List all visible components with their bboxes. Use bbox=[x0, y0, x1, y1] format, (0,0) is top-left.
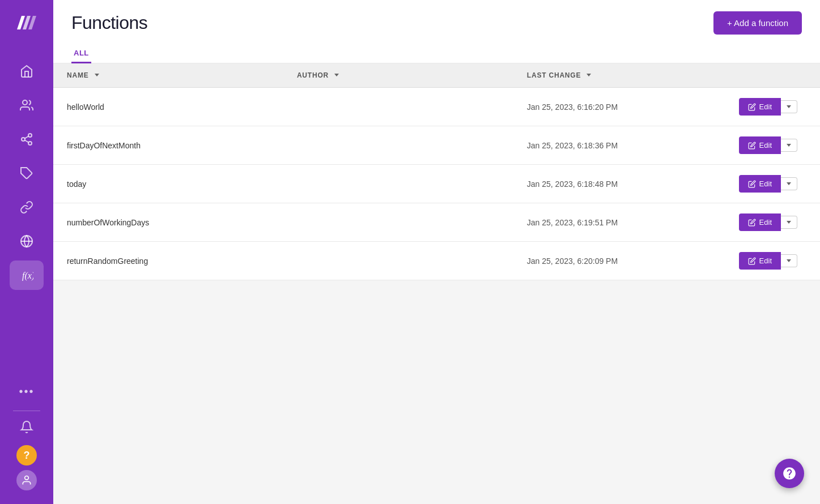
home-icon bbox=[20, 65, 33, 78]
table-row: firstDayOfNextMonth Jan 25, 2023, 6:18:3… bbox=[53, 126, 820, 165]
floating-help-button[interactable] bbox=[775, 459, 804, 488]
cell-name: helloWorld bbox=[53, 88, 283, 126]
svg-point-3 bbox=[28, 142, 32, 145]
sidebar-item-home[interactable] bbox=[10, 57, 44, 86]
edit-icon bbox=[748, 142, 756, 150]
sidebar-item-share[interactable] bbox=[10, 125, 44, 154]
users-icon bbox=[20, 99, 33, 112]
bell-icon bbox=[20, 420, 33, 434]
edit-icon bbox=[748, 103, 756, 111]
link-icon bbox=[20, 200, 33, 214]
add-function-button[interactable]: + Add a function bbox=[713, 11, 802, 35]
main-content: Functions + Add a function ALL NAME AUTH… bbox=[53, 0, 820, 504]
cell-last-change: Jan 25, 2023, 6:16:20 PM bbox=[513, 88, 705, 126]
edit-button-4[interactable]: Edit bbox=[739, 252, 781, 270]
edit-icon bbox=[748, 257, 756, 265]
cell-actions: Edit bbox=[705, 165, 820, 203]
col-header-last-change[interactable]: LAST CHANGE bbox=[513, 63, 705, 88]
cell-last-change: Jan 25, 2023, 6:18:48 PM bbox=[513, 165, 705, 203]
col-header-author[interactable]: AUTHOR bbox=[283, 63, 513, 88]
col-header-name[interactable]: NAME bbox=[53, 63, 283, 88]
svg-point-2 bbox=[22, 138, 25, 141]
table-row: numberOfWorkingDays Jan 25, 2023, 6:19:5… bbox=[53, 203, 820, 242]
cell-last-change: Jan 25, 2023, 6:18:36 PM bbox=[513, 126, 705, 165]
dropdown-arrow-icon bbox=[787, 259, 791, 262]
svg-line-4 bbox=[25, 140, 29, 143]
edit-icon bbox=[748, 180, 756, 188]
avatar-icon bbox=[21, 475, 32, 486]
cell-author bbox=[283, 203, 513, 242]
cell-last-change: Jan 25, 2023, 6:19:51 PM bbox=[513, 203, 705, 242]
more-dots-icon: ••• bbox=[19, 386, 34, 397]
cell-actions: Edit bbox=[705, 126, 820, 165]
sidebar-item-notifications[interactable] bbox=[15, 416, 38, 441]
table-header: NAME AUTHOR LAST CHANGE bbox=[53, 63, 820, 88]
author-filter-icon bbox=[334, 74, 339, 76]
sidebar-item-globe[interactable] bbox=[10, 227, 44, 256]
row-dropdown-button-3[interactable] bbox=[781, 216, 797, 229]
sidebar-item-help[interactable]: ? bbox=[16, 445, 37, 465]
table-container: NAME AUTHOR LAST CHANGE helloWorld bbox=[53, 63, 820, 504]
edit-button-0[interactable]: Edit bbox=[739, 98, 781, 116]
table-row: helloWorld Jan 25, 2023, 6:16:20 PM Edit bbox=[53, 88, 820, 126]
col-header-actions bbox=[705, 63, 820, 88]
page-header: Functions + Add a function bbox=[53, 0, 820, 35]
cell-author bbox=[283, 165, 513, 203]
svg-point-10 bbox=[25, 476, 29, 480]
edit-button-1[interactable]: Edit bbox=[739, 136, 781, 154]
sidebar-bottom: ? bbox=[15, 416, 38, 495]
svg-point-0 bbox=[23, 100, 27, 105]
sidebar-item-users[interactable] bbox=[10, 91, 44, 120]
name-filter-icon bbox=[95, 74, 99, 76]
table-row: today Jan 25, 2023, 6:18:48 PM Edit bbox=[53, 165, 820, 203]
edit-button-2[interactable]: Edit bbox=[739, 175, 781, 193]
sidebar-item-functions[interactable]: f(x) bbox=[10, 260, 44, 290]
cell-name: firstDayOfNextMonth bbox=[53, 126, 283, 165]
cell-author bbox=[283, 242, 513, 280]
sidebar-divider bbox=[13, 411, 40, 411]
cell-last-change: Jan 25, 2023, 6:20:09 PM bbox=[513, 242, 705, 280]
sidebar-item-link[interactable] bbox=[10, 193, 44, 222]
dropdown-arrow-icon bbox=[787, 221, 791, 224]
sidebar-item-profile[interactable] bbox=[16, 470, 37, 490]
sidebar-item-more[interactable]: ••• bbox=[10, 377, 44, 406]
dropdown-arrow-icon bbox=[787, 105, 791, 108]
puzzle-icon bbox=[20, 166, 33, 180]
svg-line-5 bbox=[25, 136, 29, 139]
edit-icon bbox=[748, 219, 756, 227]
cell-actions: Edit bbox=[705, 88, 820, 126]
cell-actions: Edit bbox=[705, 242, 820, 280]
row-dropdown-button-2[interactable] bbox=[781, 177, 797, 190]
last-change-filter-icon bbox=[587, 74, 591, 76]
tab-all[interactable]: ALL bbox=[71, 44, 91, 63]
sidebar-nav: f(x) ••• bbox=[0, 57, 53, 406]
svg-point-1 bbox=[28, 134, 32, 137]
sidebar-item-puzzle[interactable] bbox=[10, 159, 44, 188]
cell-name: today bbox=[53, 165, 283, 203]
row-dropdown-button-1[interactable] bbox=[781, 139, 797, 152]
globe-icon bbox=[20, 234, 33, 248]
share-icon bbox=[20, 133, 33, 146]
cell-name: returnRandomGreeting bbox=[53, 242, 283, 280]
page-title: Functions bbox=[71, 12, 147, 33]
help-icon: ? bbox=[24, 450, 30, 462]
dropdown-arrow-icon bbox=[787, 144, 791, 147]
functions-table: NAME AUTHOR LAST CHANGE helloWorld bbox=[53, 63, 820, 280]
cell-author bbox=[283, 126, 513, 165]
functions-icon: f(x) bbox=[20, 268, 33, 282]
row-dropdown-button-4[interactable] bbox=[781, 254, 797, 267]
table-body: helloWorld Jan 25, 2023, 6:16:20 PM Edit… bbox=[53, 88, 820, 280]
row-dropdown-button-0[interactable] bbox=[781, 100, 797, 113]
table-row: returnRandomGreeting Jan 25, 2023, 6:20:… bbox=[53, 242, 820, 280]
tabs-bar: ALL bbox=[53, 35, 820, 63]
dropdown-arrow-icon bbox=[787, 182, 791, 185]
sidebar: f(x) ••• ? bbox=[0, 0, 53, 504]
cell-actions: Edit bbox=[705, 203, 820, 242]
svg-text:f(x): f(x) bbox=[22, 271, 33, 281]
cell-author bbox=[283, 88, 513, 126]
app-logo[interactable] bbox=[10, 9, 43, 39]
help-chat-icon bbox=[782, 466, 797, 481]
edit-button-3[interactable]: Edit bbox=[739, 213, 781, 231]
cell-name: numberOfWorkingDays bbox=[53, 203, 283, 242]
